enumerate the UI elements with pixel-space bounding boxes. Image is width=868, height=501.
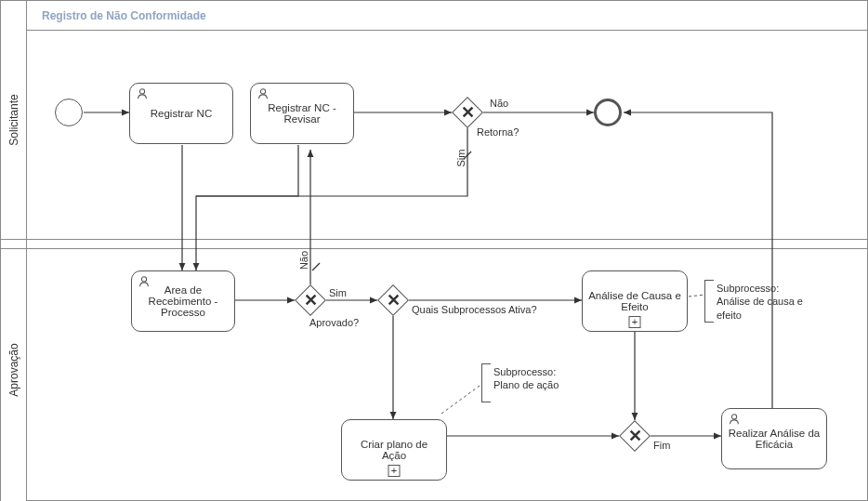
lane-label-solicitante: Solicitante xyxy=(1,1,27,239)
svg-point-12 xyxy=(139,89,144,94)
gateway-retorna: ✕ xyxy=(452,97,483,128)
gateway-fim-label: Fim xyxy=(653,440,670,451)
svg-line-8 xyxy=(689,295,705,297)
annotation-body: Análise de causa e efeito xyxy=(717,296,803,320)
svg-line-10 xyxy=(312,263,320,270)
lane-text-solicitante: Solicitante xyxy=(7,94,20,145)
task-registrar-nc-revisar: Registrar NC - Revisar xyxy=(250,83,354,144)
annotation-title: Subprocesso: xyxy=(493,366,556,377)
end-event xyxy=(594,99,622,126)
task-label: Registrar NC xyxy=(151,108,212,119)
task-analise-causa: Análise de Causa e Efeito + xyxy=(582,270,688,332)
gateway-aprovado-question: Aprovado? xyxy=(309,317,359,328)
task-label: Criar plano de Ação xyxy=(348,439,441,461)
annotation-body: Plano de ação xyxy=(493,379,559,390)
task-label: Area de Recebimento - Processo xyxy=(138,284,229,318)
lane-label-aprovacao: Aprovação xyxy=(1,239,27,501)
annotation-bracket xyxy=(481,363,491,402)
task-realizar-eficacia: Realizar Análise da Eficácia xyxy=(721,408,827,469)
user-icon xyxy=(136,87,149,100)
subprocess-marker-icon: + xyxy=(629,316,641,328)
svg-line-9 xyxy=(441,386,480,414)
pool-title: Registro de Não Conformidade xyxy=(42,9,206,22)
flowlabel-sim: Sim xyxy=(455,150,467,167)
bpmn-diagram: Solicitante Aprovação Registro de Não Co… xyxy=(0,0,868,501)
lane-text-aprovacao: Aprovação xyxy=(7,343,20,396)
subprocess-marker-icon: + xyxy=(388,465,401,477)
user-icon xyxy=(256,87,270,100)
lane-divider-gap xyxy=(1,248,867,249)
gateway-aprovado: ✕ xyxy=(295,284,326,316)
gateway-retorna-question: Retorna? xyxy=(477,126,519,138)
svg-point-13 xyxy=(260,89,265,94)
start-event xyxy=(55,99,83,126)
task-label: Registrar NC - Revisar xyxy=(256,102,348,125)
task-registrar-nc: Registrar NC xyxy=(129,83,233,144)
gateway-fim: ✕ xyxy=(619,420,651,452)
svg-point-15 xyxy=(731,415,736,419)
annotation-plano-acao: Subprocesso: Plano de ação xyxy=(493,365,586,392)
annotation-bracket xyxy=(704,280,714,323)
task-label: Realizar Análise da Eficácia xyxy=(728,428,821,450)
user-icon xyxy=(138,275,151,288)
flowlabel-sim-aprovado: Sim xyxy=(329,287,347,298)
task-area-recebimento: Area de Recebimento - Processo xyxy=(131,270,235,332)
gateway-subprocessos-question: Quais Subprocessos Ativa? xyxy=(412,304,537,315)
task-label: Análise de Causa e Efeito xyxy=(588,290,681,312)
flowlabel-nao: Não xyxy=(490,98,508,109)
annotation-analise-causa: Subprocesso: Análise de causa e efeito xyxy=(717,282,828,322)
gateway-subprocessos: ✕ xyxy=(377,284,409,316)
task-criar-plano: Criar plano de Ação + xyxy=(341,419,447,481)
annotation-title: Subprocesso: xyxy=(717,283,779,294)
svg-point-14 xyxy=(141,277,146,282)
flowlabel-nao-aprovado: Não xyxy=(298,251,309,270)
user-icon xyxy=(728,413,741,426)
lane-divider xyxy=(1,239,867,240)
